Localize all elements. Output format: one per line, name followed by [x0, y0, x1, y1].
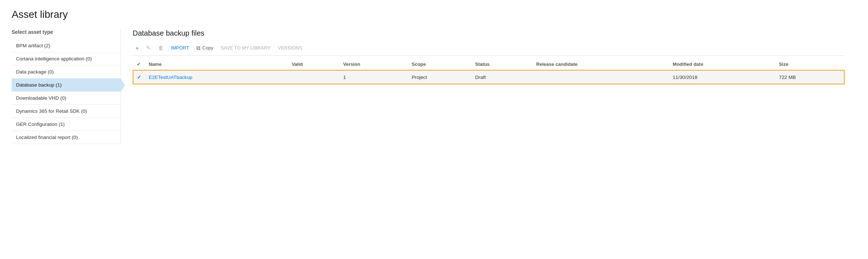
- copy-label: Copy: [202, 45, 213, 51]
- add-button[interactable]: +: [133, 43, 142, 52]
- versions-button[interactable]: VERSIONS: [275, 43, 305, 52]
- sidebar-item-localfin[interactable]: Localized financial report (0): [12, 131, 121, 144]
- toolbar: + ✎ 🗑 IMPORT ⧉ Copy SAVE TO MY LIBRARY: [133, 43, 845, 56]
- copy-button[interactable]: ⧉ Copy: [193, 43, 216, 52]
- versions-label: VERSIONS: [278, 45, 302, 51]
- add-icon: +: [136, 45, 139, 51]
- col-name: Name: [145, 59, 288, 70]
- col-release: Release candidate: [533, 59, 669, 70]
- col-version: Version: [340, 59, 408, 70]
- page-container: Asset library Select asset type BPM arti…: [0, 0, 868, 153]
- sidebar-item-bpm[interactable]: BPM artifact (2): [12, 39, 121, 52]
- col-size: Size: [775, 59, 844, 70]
- row-scope: Project: [408, 70, 472, 84]
- content-title: Database backup files: [133, 29, 845, 37]
- main-layout: Select asset type BPM artifact (2)Cortan…: [12, 29, 856, 144]
- sidebar-item-retail[interactable]: Dynamics 365 for Retail SDK (0): [12, 105, 121, 118]
- copy-icon: ⧉: [196, 45, 200, 51]
- sidebar-items: BPM artifact (2)Cortana intelligence app…: [12, 39, 121, 144]
- delete-icon: 🗑: [158, 45, 164, 51]
- row-status: Draft: [472, 70, 533, 84]
- import-button[interactable]: IMPORT: [168, 43, 192, 52]
- row-valid: [288, 70, 339, 84]
- sidebar-item-cortana[interactable]: Cortana intelligence application (0): [12, 52, 121, 65]
- sidebar-item-vhd[interactable]: Downloadable VHD (0): [12, 92, 121, 105]
- sidebar-item-ger[interactable]: GER Configuration (1): [12, 118, 121, 131]
- data-table: ✓ Name Valid Version Scope Status Releas…: [133, 59, 845, 84]
- row-release: [533, 70, 669, 84]
- row-check: ✓: [133, 70, 145, 84]
- col-scope: Scope: [408, 59, 472, 70]
- col-check: ✓: [133, 59, 145, 70]
- save-library-label: SAVE TO MY LIBRARY: [220, 45, 270, 51]
- col-valid: Valid: [288, 59, 339, 70]
- sidebar-item-dbbackup[interactable]: Database backup (1): [12, 79, 121, 92]
- edit-icon: ✎: [146, 45, 151, 51]
- row-size: 722 MB: [775, 70, 844, 84]
- row-name[interactable]: E2ETestUATbackup: [145, 70, 288, 84]
- col-modified: Modified date: [669, 59, 775, 70]
- delete-button[interactable]: 🗑: [155, 43, 167, 52]
- asset-name-link[interactable]: E2ETestUATbackup: [149, 75, 192, 80]
- table-row[interactable]: ✓E2ETestUATbackup1ProjectDraft11/30/2018…: [133, 70, 844, 84]
- save-library-button[interactable]: SAVE TO MY LIBRARY: [218, 43, 273, 52]
- content-area: Database backup files + ✎ 🗑 IMPORT ⧉ Cop…: [121, 29, 856, 144]
- sidebar: Select asset type BPM artifact (2)Cortan…: [12, 29, 121, 144]
- import-label: IMPORT: [171, 45, 189, 51]
- row-modified: 11/30/2018: [669, 70, 775, 84]
- table-body: ✓E2ETestUATbackup1ProjectDraft11/30/2018…: [133, 70, 844, 84]
- page-title: Asset library: [12, 9, 856, 20]
- row-version: 1: [340, 70, 408, 84]
- table-header-row: ✓ Name Valid Version Scope Status Releas…: [133, 59, 844, 70]
- sidebar-title: Select asset type: [12, 29, 121, 36]
- edit-button[interactable]: ✎: [143, 43, 154, 52]
- sidebar-item-datapackage[interactable]: Data package (0): [12, 65, 121, 79]
- col-status: Status: [472, 59, 533, 70]
